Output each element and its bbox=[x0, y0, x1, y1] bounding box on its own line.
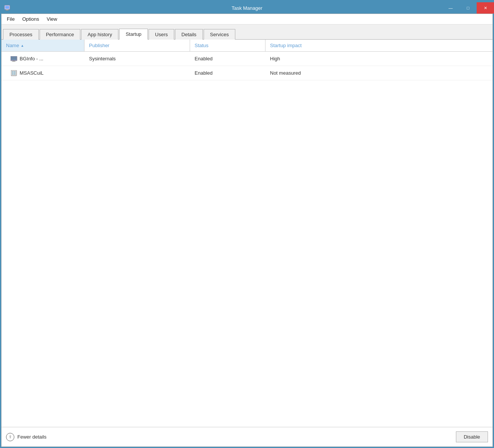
main-window: File Options View Processes Performance … bbox=[1, 14, 493, 447]
svg-rect-1 bbox=[5, 6, 9, 9]
maximize-button[interactable]: □ bbox=[459, 2, 477, 14]
menu-view[interactable]: View bbox=[43, 15, 61, 23]
svg-rect-16 bbox=[12, 73, 14, 75]
col-status-label: Status bbox=[195, 43, 209, 48]
title-bar: Task Manager — □ ✕ bbox=[0, 0, 494, 14]
fewer-details-label: Fewer details bbox=[17, 434, 46, 440]
cell-impact-2: Not measured bbox=[265, 67, 341, 79]
col-header-status[interactable]: Status bbox=[190, 40, 265, 51]
tab-startup[interactable]: Startup bbox=[119, 29, 148, 40]
table-row[interactable]: MSASCuiL Enabled Not measured bbox=[2, 66, 492, 80]
menu-file[interactable]: File bbox=[3, 15, 18, 23]
svg-rect-14 bbox=[12, 71, 14, 73]
title-text: Task Manager bbox=[0, 5, 494, 11]
close-button[interactable]: ✕ bbox=[477, 2, 494, 14]
col-publisher-label: Publisher bbox=[89, 43, 109, 48]
cell-name-2: MSASCuiL bbox=[2, 67, 84, 80]
col-header-publisher[interactable]: Publisher bbox=[84, 40, 190, 51]
disable-button[interactable]: Disable bbox=[456, 431, 488, 442]
cell-publisher-1: Sysinternals bbox=[84, 53, 190, 64]
tabs-bar: Processes Performance App history Startu… bbox=[2, 25, 492, 40]
cell-name-1: BGInfo - ... bbox=[2, 52, 84, 65]
cell-status-2: Enabled bbox=[190, 67, 265, 79]
col-impact-label: Startup impact bbox=[270, 43, 302, 48]
col-header-impact[interactable]: Startup impact bbox=[265, 40, 341, 51]
tab-users[interactable]: Users bbox=[149, 29, 174, 40]
app-icon bbox=[4, 4, 11, 12]
row1-impact: High bbox=[270, 56, 280, 61]
tab-performance[interactable]: Performance bbox=[40, 29, 80, 40]
cell-publisher-2 bbox=[84, 70, 190, 76]
svg-rect-17 bbox=[14, 73, 15, 75]
msas-icon bbox=[11, 70, 17, 77]
title-bar-left bbox=[0, 4, 11, 12]
sort-arrow-name: ▲ bbox=[21, 44, 24, 48]
bginfo-icon bbox=[11, 55, 17, 62]
row2-name: MSASCuiL bbox=[20, 70, 44, 76]
table-row[interactable]: BGInfo - ... Sysinternals Enabled High bbox=[2, 52, 492, 66]
tab-details[interactable]: Details bbox=[175, 29, 203, 40]
table-body: BGInfo - ... Sysinternals Enabled High bbox=[2, 52, 492, 427]
col-name-label: Name bbox=[6, 43, 19, 48]
cell-status-1: Enabled bbox=[190, 53, 265, 64]
row2-status: Enabled bbox=[195, 70, 213, 76]
title-bar-controls: — □ ✕ bbox=[442, 2, 494, 14]
svg-rect-15 bbox=[14, 71, 15, 73]
bottom-bar: ⇧ Fewer details Disable bbox=[2, 427, 492, 446]
svg-rect-3 bbox=[5, 10, 9, 11]
svg-rect-5 bbox=[11, 57, 17, 60]
menu-options[interactable]: Options bbox=[18, 15, 43, 23]
menu-bar: File Options View bbox=[2, 14, 492, 25]
row1-name: BGInfo - ... bbox=[20, 56, 43, 61]
content-area: Name ▲ Publisher Status Startup impact bbox=[2, 40, 492, 427]
tab-processes[interactable]: Processes bbox=[3, 29, 39, 40]
row1-status: Enabled bbox=[195, 56, 213, 61]
cell-impact-1: High bbox=[265, 53, 341, 64]
svg-rect-11 bbox=[12, 61, 15, 61]
svg-rect-2 bbox=[6, 9, 8, 10]
col-header-name[interactable]: Name ▲ bbox=[2, 40, 84, 51]
table-header: Name ▲ Publisher Status Startup impact bbox=[2, 40, 492, 52]
minimize-button[interactable]: — bbox=[442, 2, 459, 14]
fewer-details-button[interactable]: ⇧ Fewer details bbox=[6, 433, 46, 441]
tab-app-history[interactable]: App history bbox=[81, 29, 118, 40]
circle-up-icon: ⇧ bbox=[6, 433, 14, 441]
row1-publisher: Sysinternals bbox=[89, 56, 116, 61]
tab-services[interactable]: Services bbox=[204, 29, 235, 40]
row2-impact: Not measured bbox=[270, 70, 301, 76]
